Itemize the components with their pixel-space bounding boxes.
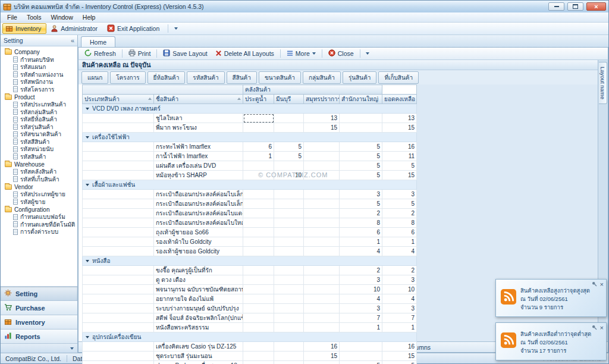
nav-purchase[interactable]: Purchase [1,300,77,315]
qty-cell[interactable]: 6 [382,228,417,237]
qty-cell[interactable]: 1 [382,323,417,332]
tree-item[interactable]: รหัสกลุ่มสินค้า [1,108,77,116]
qty-cell[interactable]: 7 [340,313,382,323]
tree-item[interactable]: รหัสตำแหน่งงาน [1,71,77,79]
pin-icon[interactable] [592,281,597,288]
qty-cell[interactable]: 5 [340,152,382,161]
product-name-cell[interactable]: กระเป๋าถือเอนกประสงค์ค่อมไบเล็ก-แอปเปิ้ล… [154,199,243,209]
grid-row[interactable]: หม้อหุงข้าว SHARP10515 [83,171,417,180]
type-cell[interactable] [83,114,154,123]
qty-cell[interactable]: 6 [243,142,274,152]
qty-cell[interactable] [340,123,382,133]
grid-row[interactable]: กระเป๋าถือเอนกประสงค์ค่อมไบเล็ก-ส้ม33 [83,190,417,199]
qty-cell[interactable] [304,294,340,304]
exit-application-button[interactable]: Exit Application [104,23,165,34]
type-cell[interactable] [83,247,154,256]
tree-item[interactable]: รหัสคลังสินค้า [1,168,77,176]
qty-cell[interactable]: 4 [340,247,382,256]
save-layout-button[interactable]: Save Layout [159,48,211,59]
qty-cell[interactable]: 8 [382,218,417,228]
qty-cell[interactable] [304,266,340,275]
grid-row[interactable]: สตีฟ จ็อบส์ อัจฉริยะพลิกโลก(ปกแข็ง) ฉบับ… [83,313,417,323]
close-icon[interactable]: × [600,325,604,331]
qty-cell[interactable]: 15 [304,352,340,361]
more-button[interactable]: More [283,49,319,59]
product-name-cell[interactable]: อยากหายใจ ต้องไม่แพ้ [154,294,243,304]
qty-cell[interactable]: 5 [340,361,382,364]
qty-cell[interactable]: 16 [304,342,340,352]
column-header-1[interactable]: ชื่อสินค้า [154,95,243,104]
qty-cell[interactable]: 5 [382,161,417,171]
qty-cell[interactable]: 13 [382,114,417,123]
qty-cell[interactable] [304,285,340,294]
qty-cell[interactable] [243,266,274,275]
close-document-button[interactable]: Close [325,48,357,59]
tree-item[interactable]: กำหนดบริษัท [1,56,77,64]
qty-cell[interactable] [304,304,340,313]
qty-cell[interactable] [304,209,340,218]
nav-reports[interactable]: Reports [1,329,77,343]
qty-cell[interactable] [243,247,274,256]
group-row[interactable]: หนังสือ [83,256,417,266]
qty-cell[interactable]: 13 [304,114,340,123]
product-name-cell[interactable]: หม้อหุงข้าว SHARP [154,171,243,180]
type-cell[interactable] [83,313,154,323]
collapse-arrow-icon[interactable] [86,184,89,186]
group-cell[interactable]: หนังสือ [83,256,417,266]
qty-cell[interactable] [304,152,340,161]
qty-cell[interactable]: 3 [340,275,382,285]
qty-cell[interactable] [304,228,340,237]
product-name-cell[interactable]: แผ่นดีส เครื่องเล่น DVD [154,161,243,171]
group-cell[interactable]: เครื่องใช้ไฟฟ้า [83,133,417,142]
qty-cell[interactable] [243,285,274,294]
column-header-5[interactable]: สำนักงานใหญ่ [340,95,382,104]
qty-cell[interactable] [274,190,304,199]
type-cell[interactable] [83,266,154,275]
qty-cell[interactable] [304,161,340,171]
qty-cell[interactable] [274,313,304,323]
qty-cell[interactable]: 11 [382,152,417,161]
tree-item[interactable]: รหัสประเภทสินค้า [1,101,77,109]
filter-button[interactable]: แผนก [81,71,108,84]
qty-cell[interactable]: 7 [382,313,417,323]
qty-cell[interactable]: 3 [382,275,417,285]
grid-row[interactable]: ดู ดวง เดือง33 [83,275,417,285]
tree-folder-configuration[interactable]: Configuration [1,206,77,214]
administrator-button[interactable]: Administrator [48,23,103,34]
minimize-button[interactable] [548,2,564,11]
qty-cell[interactable] [243,275,274,285]
product-name-cell[interactable]: พจนานุกรม ฉบับราชบัณฑิตยสถาน พ.ศ.2554 [154,285,243,294]
qty-cell[interactable] [243,209,274,218]
nav-overflow-strip[interactable] [1,343,77,353]
group-row[interactable]: เสื้อผ้าและแฟชั่น [83,180,417,190]
qty-cell[interactable]: 4 [382,247,417,256]
qty-cell[interactable] [304,247,340,256]
pin-icon[interactable] [592,324,597,331]
type-cell[interactable] [83,323,154,332]
product-name-cell[interactable]: ชูไลใหเลา [154,114,243,123]
column-header-4[interactable]: สมุทรปราการ [304,95,340,104]
grid-row[interactable]: แผ่นดีส เครื่องเล่น DVD55 [83,161,417,171]
tree-item[interactable]: รหัสสีสินค้า [1,138,77,146]
grid-row[interactable]: ถุงเท้าผู้ชายออ So6666 [83,228,417,237]
tree-folder-warehouse[interactable]: Warehouse [1,161,77,168]
type-cell[interactable] [83,342,154,352]
qty-cell[interactable] [274,361,304,364]
tree-item[interactable]: กำหนดเลขที่อัตโนมัติ [1,221,77,228]
type-cell[interactable] [83,209,154,218]
group-row[interactable]: VCD DVD เพลง ภาพยนตร์ [83,104,417,114]
qty-cell[interactable] [274,342,304,352]
type-cell[interactable] [83,275,154,285]
tree-item[interactable]: รหัสยี่ห้อสินค้า [1,116,77,124]
toolbar-overflow-button[interactable] [171,23,181,34]
notification-message[interactable]: สินค้าคงเหลือต่ำกว่าจุดต่ำสุด [520,330,591,338]
grid-row[interactable]: กาน้ำไฟฟ้า Imarflex15511 [83,152,417,161]
qty-cell[interactable]: 1 [243,152,274,161]
qty-cell[interactable] [274,266,304,275]
qty-cell[interactable]: 5 [382,361,417,364]
filter-button[interactable]: โครงการ [110,71,145,84]
grid-row[interactable]: เครื่องคิดเลข Casio รุ่น DZ-1251616 [83,342,417,352]
tree-folder-product[interactable]: Product [1,93,77,101]
menu-help[interactable]: Help [78,13,101,21]
qty-cell[interactable]: 10 [382,285,417,294]
